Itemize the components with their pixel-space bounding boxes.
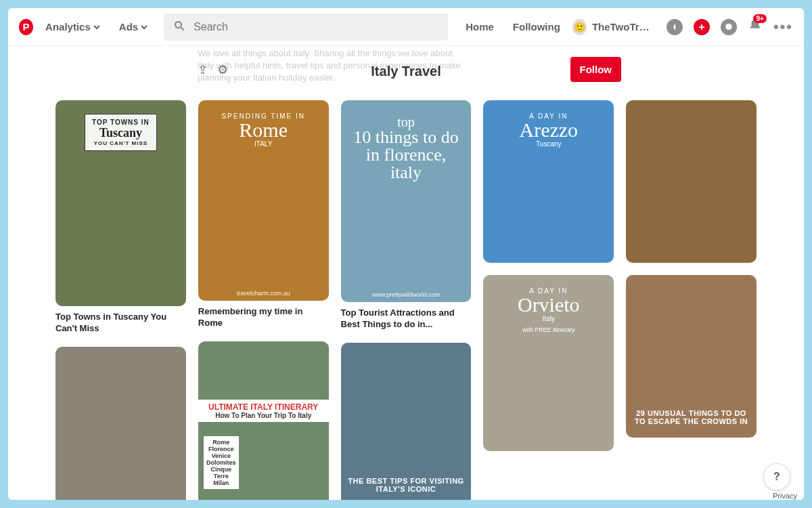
pinterest-logo[interactable]: P (19, 19, 33, 35)
chat-icon[interactable] (721, 19, 737, 35)
username-label[interactable]: TheTwoTrav... (592, 21, 650, 33)
user-avatar[interactable]: 🙂 (572, 19, 587, 35)
pin-image[interactable]: top10 things to doin florence,italywww.p… (341, 100, 472, 302)
pin-title-overlay: A DAY INOrvietoItalywith FREE Itinerary (483, 287, 614, 333)
pin[interactable]: THE BEST TIPS FOR VISITING ITALY'S ICONI… (341, 343, 472, 500)
pin-title-overlay: A DAY INArezzoTuscany (483, 112, 614, 148)
pin-image[interactable] (626, 100, 757, 263)
pin[interactable]: SPENDING TIME INRomeITALYtravelcharm.com… (198, 100, 329, 329)
pin-image[interactable]: TOP TOWNS INTuscanyYOU CAN'T MISS (55, 100, 186, 306)
pin[interactable]: ULTIMATE ITALY ITINERARYHow To Plan Your… (198, 341, 329, 500)
svg-line-1 (181, 27, 184, 30)
pin-image[interactable]: A DAY INArezzoTuscany (483, 100, 614, 263)
pin-source-note: www.prettywildworld.com (341, 291, 472, 298)
pin-banner-text: 29 UNUSUAL THINGS TO DO TO ESCAPE THE CR… (633, 409, 750, 425)
pin[interactable]: 29 UNUSUAL THINGS TO DO TO ESCAPE THE CR… (626, 275, 757, 438)
pin-title-overlay: SPENDING TIME INRomeITALY (198, 112, 329, 148)
help-button[interactable]: ? (763, 463, 790, 490)
pin-image[interactable]: ULTIMATE ITALY ITINERARYHow To Plan Your… (198, 341, 329, 500)
svg-point-0 (175, 22, 181, 28)
search-bar[interactable] (164, 14, 448, 41)
pin[interactable]: TOP TOWNS INTuscanyYOU CAN'T MISSTop Tow… (55, 100, 186, 335)
pin-caption: Top Tourist Attractions and Best Things … (341, 308, 472, 331)
pin-image[interactable]: SPENDING TIME INRomeITALYtravelcharm.com… (198, 100, 329, 301)
compass-icon[interactable] (667, 19, 683, 35)
pin[interactable]: EXPLORING THE OLD CITY OFFLORENCE ON A B… (55, 347, 186, 500)
board-title: Italy Travel (8, 64, 804, 79)
chevron-down-icon (93, 24, 100, 30)
add-icon[interactable] (694, 19, 710, 35)
pin-image[interactable]: THE BEST TIPS FOR VISITING ITALY'S ICONI… (341, 343, 472, 500)
nav-analytics[interactable]: Analytics (39, 16, 107, 38)
pin-image[interactable]: 29 UNUSUAL THINGS TO DO TO ESCAPE THE CR… (626, 275, 757, 438)
pin-image[interactable]: A DAY INOrvietoItalywith FREE Itinerary (483, 275, 614, 451)
privacy-link[interactable]: Privacy (773, 492, 797, 500)
pin-grid: TOP TOWNS INTuscanyYOU CAN'T MISSTop Tow… (8, 91, 804, 500)
notifications-icon[interactable]: 9+ (748, 18, 763, 36)
pin-stacked-title: top10 things to doin florence,italy (341, 115, 472, 182)
pin-image[interactable]: EXPLORING THE OLD CITY OFFLORENCE ON A B… (55, 347, 186, 500)
nav-analytics-label: Analytics (45, 21, 91, 33)
pin-city-list: Rome Florence Venice Dolomites Cinque Te… (204, 436, 239, 489)
notification-badge: 9+ (753, 14, 766, 23)
pin[interactable]: top10 things to doin florence,italywww.p… (341, 100, 472, 331)
follow-button[interactable]: Follow (570, 57, 622, 82)
top-header: P Analytics Ads Home Following 🙂 TheTwoT… (8, 8, 804, 46)
pin-banner-text: THE BEST TIPS FOR VISITING ITALY'S ICONI… (348, 477, 465, 493)
nav-ads-label: Ads (119, 21, 138, 33)
more-icon[interactable]: ••• (773, 18, 793, 36)
pin-headline: ULTIMATE ITALY ITINERARYHow To Plan Your… (198, 400, 329, 422)
svg-marker-2 (673, 23, 676, 30)
board-header: We love all things about Italy. Sharing … (8, 46, 804, 91)
svg-point-3 (725, 23, 731, 29)
pin[interactable] (626, 100, 757, 263)
pin-caption: Top Towns in Tuscany You Can't Miss (55, 312, 186, 335)
chevron-down-icon (141, 24, 148, 30)
pin-source-note: travelcharm.com.au (198, 290, 329, 297)
nav-following[interactable]: Following (506, 16, 567, 38)
pin[interactable]: A DAY INOrvietoItalywith FREE Itinerary (483, 275, 614, 451)
pin-overlay-text: TOP TOWNS INTuscanyYOU CAN'T MISS (85, 114, 157, 151)
pin[interactable]: A DAY INArezzoTuscany (483, 100, 614, 263)
search-icon (173, 20, 185, 35)
pin-caption: Remembering my time in Rome (198, 306, 329, 329)
nav-home[interactable]: Home (459, 16, 501, 38)
nav-ads[interactable]: Ads (112, 16, 154, 38)
search-input[interactable] (194, 21, 438, 33)
